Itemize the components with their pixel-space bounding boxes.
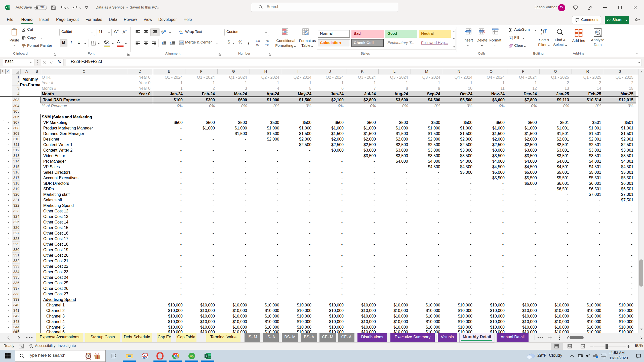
svg-text:up: up [190, 354, 194, 358]
svg-text:X: X [205, 354, 208, 358]
svg-text:ab: ab [179, 30, 182, 33]
svg-text:Z: Z [541, 32, 542, 35]
svg-text:.00: .00 [265, 40, 269, 43]
svg-text:0: 0 [267, 43, 269, 46]
svg-text:X: X [6, 6, 7, 9]
svg-text:.00: .00 [256, 43, 259, 46]
svg-text:.0: .0 [258, 40, 260, 43]
svg-text:A: A [541, 29, 543, 32]
